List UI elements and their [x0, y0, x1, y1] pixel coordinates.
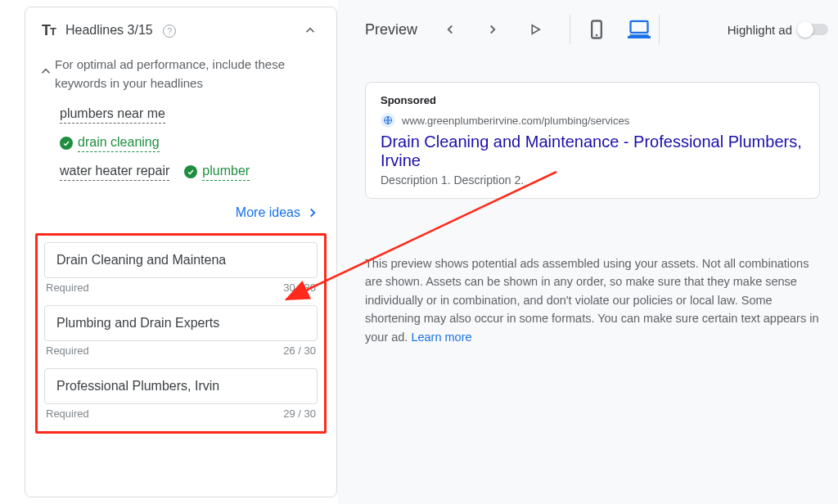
headline-inputs: Drain Cleaning and MaintenaRequired30 / …	[35, 233, 327, 434]
keyword-suggestion[interactable]: drain cleaning	[60, 135, 160, 152]
highlight-label: Highlight ad	[728, 23, 792, 37]
headline-input[interactable]: Professional Plumbers, Irvin	[44, 368, 318, 404]
sponsored-label: Sponsored	[381, 94, 804, 106]
keyword-suggestions: For optimal ad performance, include thes…	[25, 55, 336, 199]
check-icon	[184, 165, 197, 178]
highlight-toggle[interactable]	[799, 24, 828, 35]
keyword-text[interactable]: plumbers near me	[60, 106, 165, 124]
more-ideas-link[interactable]: More ideas	[236, 205, 320, 220]
headlines-header: TT Headlines 3/15 ?	[25, 7, 336, 55]
globe-icon	[381, 113, 395, 128]
keyword-text[interactable]: plumber	[202, 164, 250, 181]
prev-ad-button[interactable]	[440, 20, 460, 39]
headlines-title: Headlines 3/15 ?	[65, 23, 300, 38]
keyword-suggestion[interactable]: plumbers near me	[60, 106, 165, 124]
headline-meta: Required30 / 30	[46, 281, 316, 294]
ad-preview-card: Sponsored www.greenplumberirvine.com/plu…	[365, 82, 820, 199]
svg-marker-0	[532, 25, 539, 34]
next-ad-button[interactable]	[483, 20, 502, 39]
svg-rect-3	[631, 20, 648, 32]
preview-title: Preview	[365, 21, 417, 38]
headline-input[interactable]: Plumbing and Drain Experts	[44, 305, 318, 341]
keyword-text[interactable]: drain cleaning	[78, 135, 160, 152]
preview-note: This preview shows potential ads assembl…	[365, 254, 820, 346]
keyword-list: plumbers near medrain cleaningwater heat…	[60, 106, 320, 181]
required-label: Required	[46, 281, 89, 294]
char-count: 29 / 30	[283, 407, 316, 420]
text-format-icon: TT	[42, 22, 56, 39]
keyword-suggestion[interactable]: water heater repair	[60, 164, 169, 181]
required-label: Required	[46, 407, 89, 420]
required-label: Required	[46, 344, 89, 357]
char-count: 30 / 30	[283, 281, 316, 294]
collapse-suggestions-button[interactable]	[38, 61, 53, 81]
desktop-preview-button[interactable]	[628, 20, 651, 38]
play-button[interactable]	[525, 20, 545, 39]
headline-input[interactable]: Drain Cleaning and Maintena	[44, 242, 318, 278]
ad-headline[interactable]: Drain Cleaning and Maintenance - Profess…	[381, 133, 804, 170]
ad-description: Description 1. Description 2.	[381, 173, 804, 187]
learn-more-link[interactable]: Learn more	[411, 331, 471, 344]
headline-meta: Required29 / 30	[46, 407, 316, 420]
preview-panel: Preview	[337, 0, 838, 504]
separator	[659, 15, 660, 44]
collapse-headlines-button[interactable]	[300, 20, 320, 40]
check-icon	[60, 137, 73, 150]
ad-url: www.greenplumberirvine.com/plumbing/serv…	[402, 115, 629, 127]
char-count: 26 / 30	[283, 344, 316, 357]
headline-meta: Required26 / 30	[46, 344, 316, 357]
help-icon[interactable]: ?	[163, 25, 176, 38]
suggestion-text: For optimal ad performance, include thes…	[55, 55, 320, 93]
headlines-panel: TT Headlines 3/15 ? For optimal ad perfo…	[25, 7, 337, 497]
mobile-preview-button[interactable]	[585, 20, 608, 38]
keyword-suggestion[interactable]: plumber	[184, 164, 250, 181]
keyword-text[interactable]: water heater repair	[60, 164, 169, 181]
separator	[570, 15, 570, 44]
preview-toolbar: Preview	[337, 0, 838, 52]
